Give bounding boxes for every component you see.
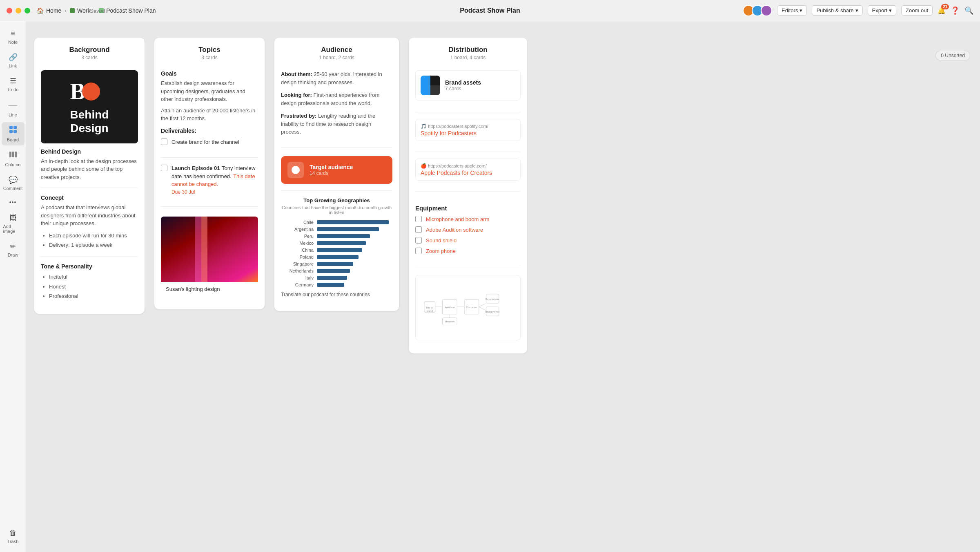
card-apple[interactable]: 🍎 https://podcasters.apple.com/ Apple Po…: [415, 152, 521, 191]
card-target-audience[interactable]: Target audience 14 cards: [281, 147, 392, 190]
behind-design-title: Behind Design: [41, 148, 138, 155]
chart-bar-bg: [317, 227, 392, 231]
sidebar-item-more[interactable]: •••: [2, 196, 24, 209]
card-photo[interactable]: Susan's lighting design: [161, 206, 258, 303]
concept-title: Concept: [41, 194, 138, 201]
equipment-diagram: Mic w/ stand Interface Computer Smartpho…: [415, 275, 521, 340]
chart-bar-row: Peru: [281, 234, 392, 239]
chart-bar-bg: [317, 269, 392, 273]
card-brand-assets[interactable]: Brand assets 7 cards: [415, 64, 521, 112]
chart-bar-row: Poland: [281, 255, 392, 259]
editors-button[interactable]: Editors ▾: [777, 5, 807, 16]
card-launch[interactable]: Launch Episode 01 Tony interview date ha…: [161, 157, 258, 206]
sidebar-item-comment[interactable]: 💬 Comment: [2, 172, 24, 194]
behind-design-text: BehindDesign: [70, 108, 109, 135]
export-button[interactable]: Export ▾: [868, 5, 897, 16]
trash-item[interactable]: 🗑 Trash: [2, 525, 24, 547]
card-goals[interactable]: Goals Establish design awareness for upc…: [161, 64, 258, 157]
publish-share-button[interactable]: Publish & share ▾: [812, 5, 862, 16]
equip-label-zoom[interactable]: Zoom phone: [426, 248, 456, 254]
add-image-icon: 🖼: [9, 214, 17, 222]
target-icon: [287, 162, 304, 178]
breadcrumb-work[interactable]: Work: [70, 7, 90, 14]
sidebar-draw-label: Draw: [8, 253, 18, 257]
svg-text:Smartphone: Smartphone: [486, 297, 499, 300]
note-icon: ≡: [11, 29, 15, 38]
sidebar-item-line[interactable]: — Line: [2, 97, 24, 121]
column-subtitle-background: 3 cards: [42, 55, 136, 60]
column-subtitle-topics: 3 cards: [163, 55, 256, 60]
chart-title: Top Growing Geographies: [281, 197, 392, 203]
target-audience-card[interactable]: Target audience 14 cards: [281, 156, 392, 184]
bd-circle: [82, 83, 100, 101]
apple-link-card[interactable]: 🍎 https://podcasters.apple.com/ Apple Po…: [415, 159, 521, 181]
svg-rect-11: [421, 76, 430, 95]
chart-subtitle: Countries that have the biggest month-to…: [281, 205, 392, 215]
sidebar-trash[interactable]: 🗑 Trash: [2, 525, 24, 547]
card-behind-design[interactable]: B BehindDesign Behind Design An in-depth…: [41, 64, 138, 188]
equip-label-shield[interactable]: Sound shield: [426, 237, 457, 244]
sidebar-comment-label: Comment: [3, 186, 23, 191]
unsorted-badge: 0 Unsorted: [935, 51, 970, 60]
equip-label-mic[interactable]: Microphone and boom arm: [426, 216, 489, 222]
tone-title: Tone & Personality: [41, 263, 138, 270]
chart-bar-bg: [317, 248, 392, 252]
column-title-audience: Audience: [283, 46, 391, 54]
chart-bar: [317, 276, 347, 280]
svg-rect-1: [13, 126, 17, 129]
sidebar-item-link[interactable]: 🔗 Link: [2, 49, 24, 72]
equip-checkbox-adobe[interactable]: [415, 226, 422, 233]
equip-checkbox-zoom[interactable]: [415, 248, 422, 254]
maximize-button[interactable]: [24, 8, 30, 13]
equip-checkbox-mic[interactable]: [415, 216, 422, 222]
equip-label-adobe[interactable]: Adobe Audition software: [426, 227, 483, 233]
spotify-title[interactable]: Spotify for Podcasters: [421, 130, 515, 136]
column-content-background: B BehindDesign Behind Design An in-depth…: [34, 64, 145, 314]
chart-bar-row: Argentina: [281, 227, 392, 232]
deliverable-checkbox-1[interactable]: [161, 139, 167, 145]
chart-bar: [317, 241, 366, 245]
sidebar-item-add-image[interactable]: 🖼 Add image: [2, 210, 24, 237]
apple-title[interactable]: Apple Podcasts for Creators: [421, 170, 515, 176]
svg-text:stand: stand: [427, 309, 433, 312]
card-concept[interactable]: Concept A podcast that that interviews g…: [41, 188, 138, 256]
card-spotify[interactable]: 🎵 https://podcasters.spotify.com/ Spotif…: [415, 112, 521, 152]
sidebar-item-todo[interactable]: ☰ To-do: [2, 73, 24, 95]
brand-assets-inner[interactable]: Brand assets 7 cards: [415, 70, 521, 101]
equip-checkbox-shield[interactable]: [415, 237, 422, 244]
close-button[interactable]: [7, 8, 12, 13]
page-title: Podcast Show Plan: [460, 7, 520, 14]
breadcrumb-podcast[interactable]: Podcast Show Plan: [99, 7, 156, 14]
sidebar-item-board[interactable]: Board: [2, 122, 24, 145]
sidebar-add-image-label: Add image: [3, 224, 23, 234]
equipment-title: Equipment: [415, 205, 521, 212]
column-content-topics: Goals Establish design awareness for upc…: [154, 64, 265, 309]
bd-logo: B: [70, 78, 109, 105]
chart-bar: [317, 255, 359, 259]
chart-note: Translate our podcast for these coutnrie…: [281, 291, 392, 298]
goals-text-1: Establish design awareness for upcoming …: [161, 79, 258, 103]
comment-icon: 💬: [9, 175, 18, 184]
card-tone[interactable]: Tone & Personality Inciteful Honest Prof…: [41, 256, 138, 307]
equip-item-zoom: Zoom phone: [415, 248, 521, 254]
chart-bar: [317, 220, 389, 224]
zoom-out-button[interactable]: Zoom out: [901, 5, 933, 16]
photo-image: [161, 217, 258, 282]
target-title: Target audience: [310, 164, 353, 170]
breadcrumb-home[interactable]: 🏠 Home: [37, 7, 61, 14]
svg-line-23: [479, 303, 486, 307]
sidebar-item-draw[interactable]: ✏ Draw: [2, 239, 24, 261]
launch-checkbox[interactable]: [161, 165, 167, 171]
spotify-link-card[interactable]: 🎵 https://podcasters.spotify.com/ Spotif…: [415, 119, 521, 141]
search-icon[interactable]: 🔍: [964, 6, 973, 15]
card-audience-info[interactable]: About them: 25-60 year olds, interested …: [281, 64, 392, 147]
column-topics: Topics 3 cards Goals Establish design aw…: [154, 38, 265, 309]
minimize-button[interactable]: [16, 8, 21, 13]
sidebar-item-note[interactable]: ≡ Note: [2, 26, 24, 48]
chart-bar-label: Mexico: [281, 241, 314, 246]
notification-bell[interactable]: 🔔 21: [938, 7, 946, 14]
target-sub: 14 cards: [310, 170, 353, 176]
svg-text:Headphones: Headphones: [485, 310, 499, 313]
sidebar-item-column[interactable]: Column: [2, 147, 24, 170]
help-icon[interactable]: ❓: [951, 6, 960, 15]
